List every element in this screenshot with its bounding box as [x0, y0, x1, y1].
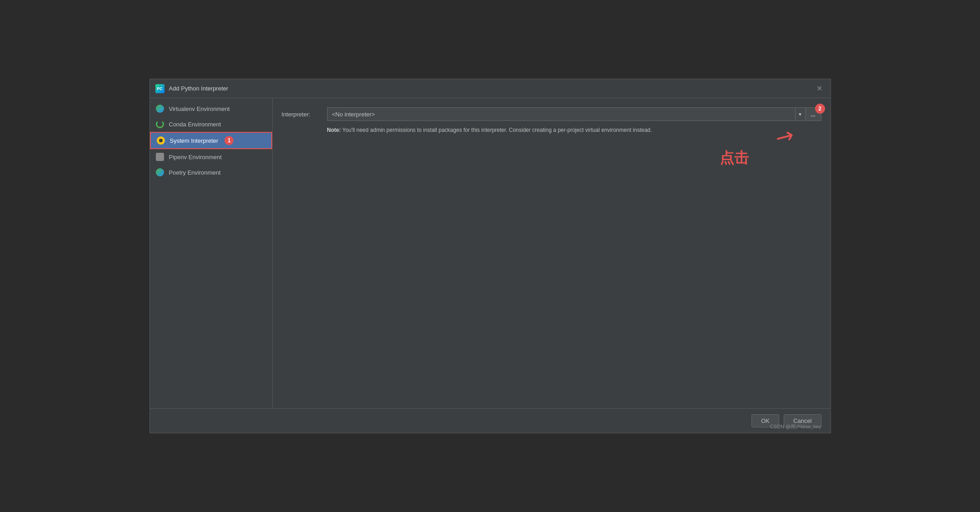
- sidebar-item-virtualenv[interactable]: Virtualenv Environment: [150, 101, 272, 116]
- sidebar-item-pipenv[interactable]: Pipenv Environment: [150, 149, 272, 165]
- conda-icon: [155, 120, 164, 129]
- step-badge-2: 2: [815, 104, 825, 114]
- sidebar-item-conda[interactable]: Conda Environment: [150, 116, 272, 132]
- watermark: CSDN @用户klow_key: [770, 423, 821, 430]
- sidebar: Virtualenv Environment Conda Environment…: [150, 98, 273, 408]
- annotation-click-text: 点击: [720, 148, 749, 168]
- annotation-arrow: ↗: [771, 120, 799, 151]
- poetry-icon: [155, 168, 164, 177]
- dropdown-arrow-icon[interactable]: ▼: [795, 107, 805, 121]
- pycharm-logo: PC: [155, 84, 164, 93]
- sidebar-item-system[interactable]: System Interpreter 1: [150, 132, 272, 149]
- pipenv-icon: [155, 152, 164, 161]
- browse-btn-wrapper: ... 2: [805, 107, 821, 121]
- interpreter-select-wrapper: <No interpreter> ▼ ... 2: [327, 107, 821, 121]
- system-icon: [156, 136, 165, 145]
- app-icon: PC: [155, 84, 164, 93]
- sidebar-label-poetry: Poetry Environment: [169, 169, 221, 176]
- sidebar-label-conda: Conda Environment: [169, 121, 221, 128]
- sidebar-label-pipenv: Pipenv Environment: [169, 154, 222, 161]
- add-interpreter-dialog: PC Add Python Interpreter ✕ Virtualenv E…: [149, 79, 831, 433]
- dialog-body: Virtualenv Environment Conda Environment…: [150, 98, 831, 408]
- interpreter-row: Interpreter: <No interpreter> ▼ ... 2: [282, 107, 821, 121]
- dialog-footer: OK Cancel CSDN @用户klow_key: [150, 408, 831, 433]
- step-badge-1: 1: [224, 136, 234, 145]
- interpreter-select[interactable]: <No interpreter>: [327, 107, 795, 121]
- interpreter-label: Interpreter:: [282, 111, 323, 118]
- sidebar-label-system: System Interpreter: [170, 137, 219, 144]
- dialog-title: Add Python Interpreter: [169, 85, 814, 92]
- virtualenv-icon: [155, 104, 164, 113]
- sidebar-item-poetry[interactable]: Poetry Environment: [150, 165, 272, 180]
- sidebar-label-virtualenv: Virtualenv Environment: [169, 105, 230, 112]
- note-prefix: Note:: [327, 127, 341, 133]
- main-content: Interpreter: <No interpreter> ▼ ... 2 No…: [273, 98, 831, 408]
- close-button[interactable]: ✕: [814, 83, 825, 94]
- title-bar: PC Add Python Interpreter ✕: [150, 79, 831, 98]
- note-text: Note: You'll need admin permissions to i…: [282, 126, 821, 134]
- note-body: You'll need admin permissions to install…: [342, 127, 652, 133]
